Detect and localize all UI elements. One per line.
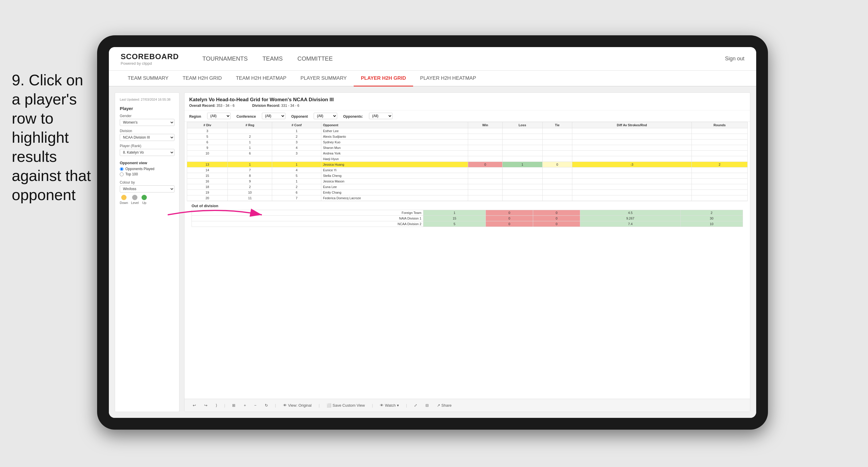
opponent-dropdown[interactable]: (All)	[314, 113, 337, 119]
table-row[interactable]: 1311Jessica Huang010-32	[187, 162, 748, 167]
table-row[interactable]: 31Esther Lee	[187, 128, 748, 134]
table-cell	[692, 190, 748, 195]
division-dropdown[interactable]: NCAA Division III	[120, 134, 175, 141]
tab-player-summary[interactable]: PLAYER SUMMARY	[293, 71, 354, 87]
grid-button[interactable]: ⊟	[423, 402, 431, 409]
view-original-button[interactable]: 👁 View: Original	[281, 402, 314, 409]
opponent-section-label: Opponent	[291, 115, 308, 119]
player-dropdown[interactable]: 8. Katelyn Vo	[120, 149, 175, 156]
region-dropdown[interactable]: (All)	[207, 113, 231, 119]
table-cell: 6	[187, 139, 228, 145]
gender-dropdown[interactable]: Women's	[120, 119, 175, 126]
colour-by-dropdown[interactable]: Win/loss	[120, 185, 175, 192]
nav-tournaments[interactable]: TOURNAMENTS	[203, 54, 248, 64]
out-table-cell: NAIA Division 1	[192, 216, 424, 221]
table-cell	[692, 195, 748, 201]
logo-title: SCOREBOARD	[121, 52, 179, 61]
save-custom-button[interactable]: ⬜ Save Custom View	[324, 402, 367, 409]
table-cell	[468, 134, 502, 139]
table-cell: 15	[187, 173, 228, 179]
table-cell: 1	[228, 139, 272, 145]
sidebar-meta: Last Updated: 27/03/2024 16:55:38	[120, 97, 175, 102]
out-table-cell: 0	[486, 216, 533, 221]
table-cell: -3	[572, 162, 691, 167]
tab-player-h2h-grid[interactable]: PLAYER H2H GRID	[354, 71, 413, 87]
table-row[interactable]: 20117Federica Domecq Lacroze	[187, 195, 748, 201]
table-cell	[502, 179, 542, 184]
out-table-cell: NCAA Division 2	[192, 221, 424, 227]
list-item[interactable]: NAIA Division 115009.26730	[192, 216, 743, 221]
legend-up-dot	[142, 195, 147, 200]
table-cell	[502, 195, 542, 201]
forward-button[interactable]: ⟩	[213, 402, 219, 409]
opponents-filter-dropdown[interactable]: (All)	[369, 113, 393, 119]
table-cell: 1	[228, 145, 272, 151]
refresh-button[interactable]: ↻	[262, 402, 270, 409]
table-row[interactable]: 522Alexis Sudjianto	[187, 134, 748, 139]
table-cell: 3	[272, 139, 321, 145]
watch-button[interactable]: 👁 Watch ▾	[377, 402, 401, 409]
legend-down: Down	[120, 195, 128, 205]
table-cell	[572, 156, 691, 162]
table-cell: 1	[228, 162, 272, 167]
table-cell: 4	[272, 145, 321, 151]
table-cell	[502, 156, 542, 162]
table-cell	[542, 134, 572, 139]
table-row[interactable]: 19106Emily Chang	[187, 190, 748, 195]
division-record: Division Record: 331 - 34 - 6	[252, 103, 299, 108]
table-row[interactable]: 1691Jessica Mason	[187, 179, 748, 184]
table-cell	[542, 156, 572, 162]
crop-button[interactable]: ⊞	[230, 402, 238, 409]
sign-out-button[interactable]: Sign out	[725, 56, 744, 62]
table-cell: 13	[187, 162, 228, 167]
record-row: Overall Record: 353 - 34 - 6 Division Re…	[189, 103, 745, 108]
table-row[interactable]: 914Sharon Mun	[187, 145, 748, 151]
gender-label: Gender	[120, 114, 175, 118]
table-cell: Jessica Mason	[321, 179, 468, 184]
conference-dropdown[interactable]: (All)	[262, 113, 285, 119]
tab-team-summary[interactable]: TEAM SUMMARY	[121, 71, 176, 87]
table-cell: 10	[228, 190, 272, 195]
table-cell	[468, 190, 502, 195]
table-row[interactable]: 1822Euna Lee	[187, 184, 748, 190]
nav-committee[interactable]: COMMITTEE	[298, 54, 333, 64]
list-item[interactable]: NCAA Division 25007.410	[192, 221, 743, 227]
table-cell: 1	[272, 162, 321, 167]
add-button[interactable]: +	[241, 402, 248, 409]
table-cell: 0	[468, 162, 502, 167]
table-cell: 3	[272, 151, 321, 156]
table-cell	[502, 190, 542, 195]
table-row[interactable]: 1474Eunice Yi	[187, 167, 748, 173]
resize-button[interactable]: ⤢	[412, 402, 420, 409]
table-row[interactable]: Haeji Hyun	[187, 156, 748, 162]
radio-top-100[interactable]: Top 100	[120, 172, 175, 176]
table-row[interactable]: 1585Stella Cheng	[187, 173, 748, 179]
nav-teams[interactable]: TEAMS	[262, 54, 283, 64]
table-cell	[542, 179, 572, 184]
nav-items: TOURNAMENTS TEAMS COMMITTEE	[203, 54, 333, 64]
radio-opponents-played[interactable]: Opponents Played	[120, 167, 175, 171]
list-item[interactable]: Foreign Team1004.52	[192, 210, 743, 216]
table-row[interactable]: 613Sydney Kuo	[187, 139, 748, 145]
undo-button[interactable]: ↩	[190, 402, 198, 409]
tab-player-h2h-heatmap[interactable]: PLAYER H2H HEATMAP	[413, 71, 483, 87]
table-cell: 0	[542, 162, 572, 167]
out-table-cell: 0	[533, 216, 580, 221]
toolbar-sep-4: |	[372, 403, 373, 408]
table-cell: 2	[228, 134, 272, 139]
table-cell: 7	[272, 195, 321, 201]
table-cell	[572, 195, 691, 201]
tab-team-h2h-grid[interactable]: TEAM H2H GRID	[176, 71, 229, 87]
table-cell: 10	[187, 151, 228, 156]
share-button[interactable]: ↗ Share	[435, 402, 454, 409]
table-cell	[692, 179, 748, 184]
table-row[interactable]: 1063Andrea York	[187, 151, 748, 156]
toolbar-sep-2: |	[275, 403, 276, 408]
table-cell: 18	[187, 184, 228, 190]
out-table-cell: 10	[680, 221, 743, 227]
out-of-division-title: Out of division	[191, 204, 743, 208]
col-rounds: Rounds	[692, 122, 748, 128]
minus-button[interactable]: −	[252, 402, 259, 409]
redo-button[interactable]: ↪	[202, 402, 210, 409]
tab-team-h2h-heatmap[interactable]: TEAM H2H HEATMAP	[229, 71, 293, 87]
